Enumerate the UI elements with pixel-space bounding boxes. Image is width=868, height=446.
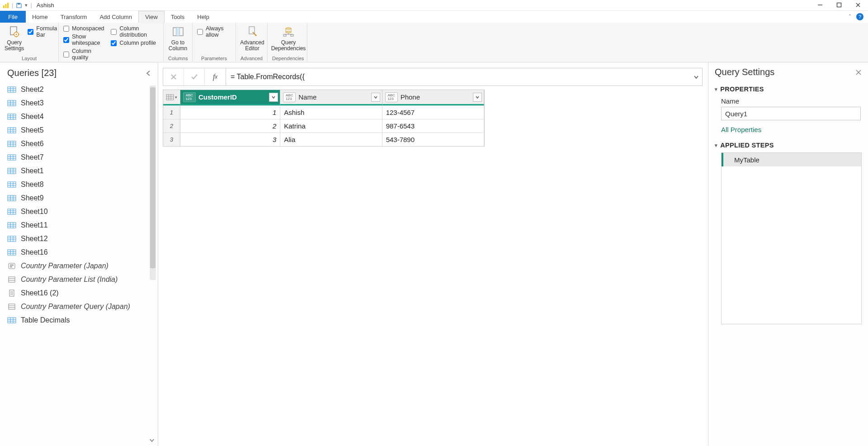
- column-profile-checkbox[interactable]: Column profile: [111, 40, 159, 46]
- column-header-customerid[interactable]: ABC123 CustomerID: [180, 90, 280, 105]
- cell-customerid[interactable]: 3: [180, 133, 280, 146]
- query-item[interactable]: Country Parameter (Japan): [0, 259, 158, 273]
- query-item[interactable]: Sheet10: [0, 205, 158, 218]
- queries-list[interactable]: Sheet2Sheet3Sheet4Sheet5Sheet6Sheet7Shee…: [0, 81, 158, 446]
- cell-customerid[interactable]: 1: [180, 105, 280, 119]
- query-item[interactable]: Table Decimals: [0, 313, 158, 327]
- cell-phone[interactable]: 543-7890: [382, 133, 484, 146]
- show-whitespace-checkbox[interactable]: Show whitespace: [63, 33, 107, 46]
- query-type-icon: [7, 317, 16, 324]
- formula-bar-checkbox[interactable]: Formula Bar: [28, 25, 57, 38]
- tab-view[interactable]: View: [138, 11, 165, 23]
- scroll-down-icon[interactable]: [149, 437, 155, 443]
- column-filter-icon[interactable]: [371, 93, 380, 102]
- column-distribution-checkbox[interactable]: Column distribution: [111, 25, 159, 38]
- column-name: Phone: [401, 93, 473, 101]
- tab-file[interactable]: File: [0, 11, 26, 23]
- query-label: Sheet10: [21, 208, 48, 216]
- expand-formula-icon[interactable]: [693, 74, 699, 80]
- column-filter-icon[interactable]: [269, 93, 278, 102]
- table-row[interactable]: 11Ashish123-4567: [163, 105, 484, 119]
- tab-transform[interactable]: Transform: [54, 11, 94, 23]
- query-item[interactable]: Country Parameter List (India): [0, 273, 158, 286]
- query-label: Sheet16: [21, 248, 48, 256]
- query-item[interactable]: Sheet2: [0, 83, 158, 96]
- query-item[interactable]: Sheet16: [0, 246, 158, 259]
- ribbon-group-deps: Dependencies: [272, 55, 302, 61]
- cancel-formula-button[interactable]: [163, 68, 184, 85]
- query-item[interactable]: Sheet1: [0, 164, 158, 178]
- data-grid[interactable]: ▾ ABC123 CustomerID ABC123 Name ABC123 P…: [163, 90, 485, 147]
- collapse-queries-icon[interactable]: [145, 70, 151, 76]
- query-item[interactable]: Sheet11: [0, 218, 158, 232]
- advanced-editor-button[interactable]: Advanced Editor: [241, 24, 264, 52]
- query-item[interactable]: Sheet12: [0, 232, 158, 246]
- close-icon[interactable]: [855, 2, 862, 9]
- cell-name[interactable]: Alia: [280, 133, 382, 146]
- query-item[interactable]: Sheet3: [0, 96, 158, 110]
- close-settings-icon[interactable]: [855, 69, 862, 76]
- query-name-input[interactable]: [721, 107, 861, 120]
- column-filter-icon[interactable]: [473, 93, 482, 102]
- cell-customerid[interactable]: 2: [180, 119, 280, 133]
- properties-section[interactable]: ▾PROPERTIES: [715, 85, 862, 93]
- cell-phone[interactable]: 123-4567: [382, 105, 484, 119]
- column-quality-checkbox[interactable]: Column quality: [63, 48, 107, 61]
- tab-tools[interactable]: Tools: [165, 11, 191, 23]
- query-type-icon: [7, 303, 16, 310]
- query-item[interactable]: Sheet8: [0, 178, 158, 191]
- queries-title: Queries [23]: [7, 68, 145, 78]
- grid-corner-button[interactable]: ▾: [163, 90, 180, 105]
- all-properties-link[interactable]: All Properties: [721, 126, 862, 133]
- query-type-icon: [7, 222, 16, 229]
- query-item[interactable]: Country Parameter Query (Japan): [0, 300, 158, 313]
- query-item[interactable]: Sheet5: [0, 123, 158, 137]
- properties-label: PROPERTIES: [720, 85, 764, 93]
- table-row[interactable]: 22Katrina987-6543: [163, 119, 484, 133]
- table-row[interactable]: 33Alia543-7890: [163, 133, 484, 146]
- query-settings-panel: Query Settings ▾PROPERTIES Name All Prop…: [708, 62, 868, 446]
- query-item[interactable]: Sheet6: [0, 137, 158, 151]
- tab-help[interactable]: Help: [191, 11, 216, 23]
- queries-scrollbar[interactable]: [150, 85, 156, 280]
- query-item[interactable]: Sheet4: [0, 110, 158, 123]
- column-header-name[interactable]: ABC123 Name: [280, 90, 382, 105]
- ribbon-collapse-icon[interactable]: ˆ: [849, 14, 851, 20]
- svg-rect-1: [5, 4, 7, 8]
- query-label: Sheet5: [21, 126, 44, 134]
- tab-add-column[interactable]: Add Column: [93, 11, 138, 23]
- query-label: Sheet4: [21, 113, 44, 121]
- svg-rect-77: [8, 223, 16, 228]
- fx-button[interactable]: fx: [205, 68, 226, 85]
- svg-rect-32: [8, 100, 16, 106]
- ribbon: Query Settings Formula Bar Layout Monosp…: [0, 23, 868, 62]
- formula-bar-input[interactable]: = Table.FromRecords({: [226, 68, 703, 86]
- applied-step[interactable]: MyTable: [722, 153, 861, 166]
- cell-name[interactable]: Katrina: [280, 119, 382, 133]
- save-icon[interactable]: [16, 2, 22, 9]
- query-item[interactable]: Sheet16 (2): [0, 286, 158, 300]
- tab-home[interactable]: Home: [26, 11, 54, 23]
- dependencies-icon: [281, 24, 296, 39]
- always-allow-checkbox[interactable]: Always allow: [197, 25, 231, 38]
- query-settings-button[interactable]: Query Settings: [5, 24, 24, 52]
- cell-phone[interactable]: 987-6543: [382, 119, 484, 133]
- maximize-icon[interactable]: [836, 2, 843, 9]
- query-dependencies-label: Query Dependencies: [271, 40, 306, 52]
- applied-steps-section[interactable]: ▾APPLIED STEPS: [715, 142, 862, 149]
- query-dependencies-button[interactable]: Query Dependencies: [272, 24, 305, 52]
- svg-rect-52: [8, 155, 16, 160]
- monospaced-checkbox[interactable]: Monospaced: [63, 25, 107, 32]
- goto-column-button[interactable]: Go to Column: [168, 24, 188, 52]
- help-icon[interactable]: ?: [856, 13, 863, 20]
- svg-rect-3: [18, 3, 20, 5]
- column-name: CustomerID: [198, 93, 269, 101]
- query-label: Sheet8: [21, 180, 44, 189]
- query-item[interactable]: Sheet9: [0, 191, 158, 205]
- query-type-icon: [7, 100, 16, 107]
- cell-name[interactable]: Ashish: [280, 105, 382, 119]
- query-item[interactable]: Sheet7: [0, 151, 158, 164]
- minimize-icon[interactable]: [817, 2, 824, 9]
- commit-formula-button[interactable]: [184, 68, 205, 85]
- column-header-phone[interactable]: ABC123 Phone: [382, 90, 484, 105]
